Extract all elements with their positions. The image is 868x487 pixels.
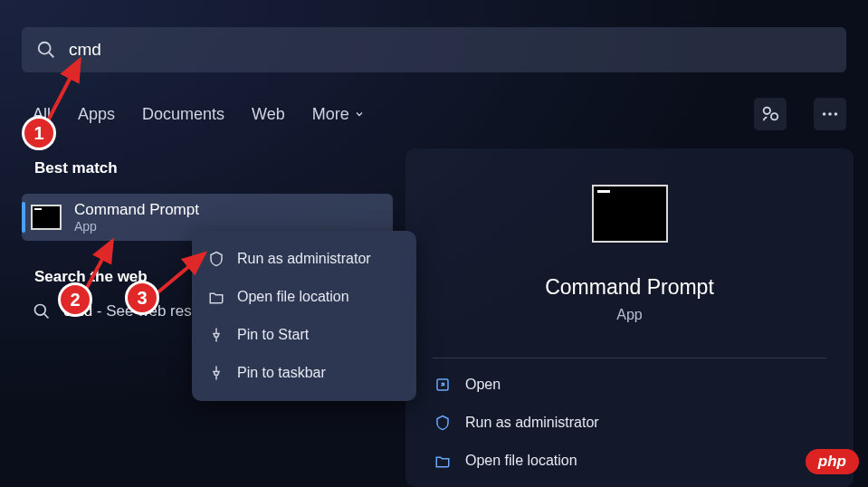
- preview-type: App: [616, 307, 642, 323]
- callout-2: 2: [58, 282, 92, 317]
- folder-icon: [208, 289, 224, 305]
- filter-tabs: All Apps Documents Web More: [33, 98, 846, 130]
- section-best-match: Best match: [34, 159, 393, 177]
- command-prompt-icon: [31, 205, 62, 230]
- context-run-admin[interactable]: Run as administrator: [192, 240, 416, 278]
- search-icon: [36, 40, 56, 60]
- context-pin-taskbar[interactable]: Pin to taskbar: [192, 354, 416, 392]
- pin-icon: [208, 365, 224, 381]
- action-list: Open Run as administrator Open file loca…: [405, 358, 854, 487]
- watermark: php: [806, 449, 859, 474]
- search-input[interactable]: [69, 40, 832, 60]
- preview-title: Command Prompt: [545, 275, 714, 300]
- svg-point-6: [835, 112, 838, 116]
- action-open-location[interactable]: Open file location: [429, 442, 830, 480]
- svg-point-3: [771, 113, 777, 119]
- context-label: Open file location: [237, 289, 349, 305]
- svg-line-8: [44, 314, 49, 319]
- ellipsis-icon: [820, 104, 840, 124]
- context-pin-start[interactable]: Pin to Start: [192, 316, 416, 354]
- svg-line-1: [49, 53, 53, 57]
- tab-apps[interactable]: Apps: [78, 105, 115, 124]
- more-options-button[interactable]: [814, 98, 846, 130]
- action-label: Run as administrator: [465, 415, 599, 431]
- result-title: Command Prompt: [74, 201, 199, 219]
- context-open-location[interactable]: Open file location: [192, 278, 416, 316]
- context-menu: Run as administrator Open file location …: [192, 231, 416, 401]
- action-label: Open file location: [465, 453, 577, 469]
- shield-icon: [208, 251, 224, 267]
- callout-1: 1: [22, 116, 56, 150]
- folder-icon: [434, 453, 451, 469]
- svg-point-2: [764, 108, 770, 114]
- action-open[interactable]: Open: [429, 366, 830, 404]
- search-icon: [33, 302, 51, 320]
- pin-icon: [208, 327, 224, 343]
- svg-point-5: [828, 112, 832, 116]
- shield-icon: [434, 415, 451, 431]
- search-bar[interactable]: [22, 27, 846, 72]
- action-label: Open: [465, 377, 501, 393]
- tab-more[interactable]: More: [312, 105, 365, 124]
- tab-more-label: More: [312, 105, 349, 124]
- tab-web[interactable]: Web: [252, 105, 285, 124]
- context-label: Pin to taskbar: [237, 365, 326, 381]
- action-run-admin[interactable]: Run as administrator: [429, 404, 830, 442]
- svg-point-0: [39, 43, 51, 54]
- chevron-down-icon: [354, 109, 365, 119]
- account-switch-button[interactable]: [754, 98, 787, 130]
- callout-3: 3: [125, 281, 159, 315]
- preview-pane: Command Prompt App Open Run as administr…: [405, 148, 854, 487]
- context-label: Pin to Start: [237, 327, 309, 343]
- account-switch-icon: [760, 104, 780, 124]
- open-icon: [434, 377, 451, 393]
- context-label: Run as administrator: [237, 251, 371, 267]
- svg-point-7: [35, 305, 46, 316]
- result-subtitle: App: [74, 219, 199, 234]
- preview-app-icon: [592, 185, 668, 243]
- tab-documents[interactable]: Documents: [142, 105, 224, 124]
- svg-point-4: [823, 112, 826, 116]
